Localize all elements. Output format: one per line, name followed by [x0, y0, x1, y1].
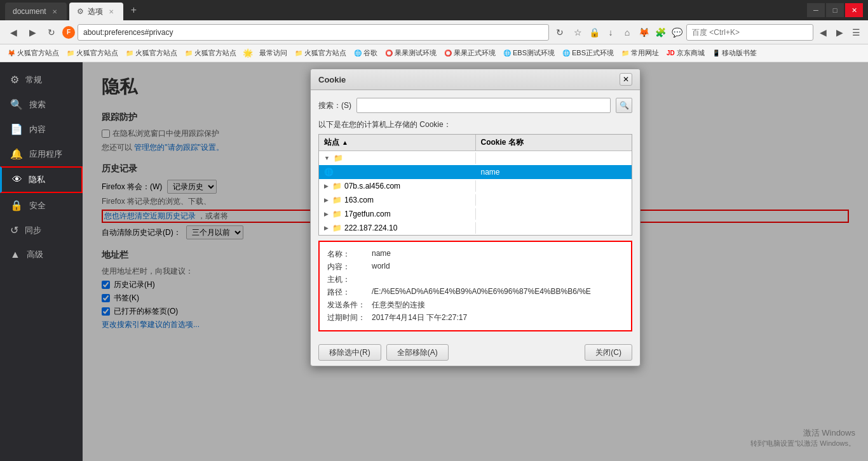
sidebar-item-privacy[interactable]: 👁 隐私: [0, 166, 83, 193]
sidebar-item-apps[interactable]: 🔔 应用程序: [0, 142, 83, 166]
site-name-5: 222.187.224.10: [344, 224, 397, 232]
detail-content-label: 内容：: [327, 262, 372, 272]
site-column-label: 站点: [324, 137, 339, 148]
folder-icon-4: 📁: [332, 210, 342, 218]
detail-content-row: 内容： world: [327, 262, 623, 272]
forward-button[interactable]: ▶: [24, 24, 41, 41]
menu-icon[interactable]: ☰: [849, 25, 863, 39]
detail-host-label: 主机：: [327, 274, 372, 285]
gear-icon: ⚙: [77, 7, 84, 16]
bookmark-5[interactable]: 最常访问: [257, 47, 290, 59]
refresh-button[interactable]: ↻: [43, 24, 60, 41]
tree-row-1[interactable]: 🌐 name: [319, 165, 632, 179]
dialog-footer: 移除选中(R) 全部移除(A) 关闭(C): [311, 339, 640, 366]
tree-row-cookie-4: [476, 213, 632, 215]
bookmark-11[interactable]: 🌐 EBS正式环境: [560, 47, 616, 59]
bookmark-9[interactable]: ⭕ 果果正式环境: [442, 47, 498, 59]
url-bar[interactable]: [78, 24, 549, 41]
detail-expire-row: 过期时间： 2017年4月14日 下午2:27:17: [327, 312, 623, 323]
expand-icon-5: ▶: [324, 225, 329, 231]
cookie-search-input[interactable]: [356, 98, 611, 113]
tree-row-0[interactable]: ▼ 📁: [319, 151, 632, 165]
tree-row-site-0: ▼ 📁: [319, 152, 476, 164]
site-name-4: 17getfun.com: [344, 210, 391, 218]
chat-icon[interactable]: 💬: [670, 25, 684, 39]
nav-icons: ☆ 🔒 ↓ ⌂ 🦊 🧩 💬: [571, 25, 684, 39]
bookmark-4[interactable]: 📁 火狐官方站点: [182, 47, 239, 59]
cookie-search-button[interactable]: 🔍: [616, 98, 632, 113]
tab-document[interactable]: document ✕: [5, 3, 67, 20]
minimize-button[interactable]: ─: [807, 3, 825, 17]
search-bar[interactable]: [686, 24, 813, 41]
apps-icon: 🔔: [10, 148, 23, 160]
browser-content: ⚙ 常规 🔍 搜索 📄 内容 🔔 应用程序 👁 隐私 🔒 安全 ↺ 同步 ▲: [0, 62, 868, 461]
tab-settings-close[interactable]: ✕: [107, 7, 116, 16]
detail-send-label: 发送条件：: [327, 300, 372, 311]
sidebar-apps-label: 应用程序: [29, 149, 62, 160]
detail-path-value: /E:/%E5%AD%A6%E4%B9%A0%E6%96%87%E4%BB%B6…: [372, 287, 591, 298]
dialog-titlebar: Cookie ✕: [311, 69, 640, 90]
sidebar-item-content[interactable]: 📄 内容: [0, 117, 83, 142]
tree-row-site-4: ▶ 📁 17getfun.com: [319, 208, 476, 220]
close-button[interactable]: ✕: [845, 3, 863, 17]
bookmark-jd[interactable]: JD 京东商城: [664, 47, 707, 59]
bookmark-star-icon[interactable]: ☆: [571, 25, 585, 39]
tab-document-close[interactable]: ✕: [50, 7, 59, 16]
detail-path-label: 路径：: [327, 287, 372, 298]
advanced-icon: ▲: [10, 249, 20, 260]
forward2-icon[interactable]: ▶: [832, 25, 846, 39]
tab-document-label: document: [13, 7, 46, 16]
bookmark-2[interactable]: 📁 火狐官方站点: [64, 47, 121, 59]
maximize-button[interactable]: □: [826, 3, 844, 17]
tree-row-2[interactable]: ▶ 📁 07b.s.al456.com: [319, 179, 632, 193]
bookmark-10[interactable]: 🌐 EBS测试环境: [501, 47, 557, 59]
tree-row-5[interactable]: ▶ 📁 222.187.224.10: [319, 221, 632, 235]
home-icon[interactable]: ⌂: [620, 25, 634, 39]
sidebar-item-general[interactable]: ⚙ 常规: [0, 67, 83, 92]
detail-send-value: 任意类型的连接: [372, 300, 425, 311]
page-content: 隐私 跟踪防护 在隐私浏览窗口中使用跟踪保护 您还可以 管理您的"请勿跟踪"设置…: [83, 62, 868, 461]
tab-settings[interactable]: ⚙ 选项 ✕: [69, 3, 123, 20]
detail-name-label: 名称：: [327, 249, 372, 260]
tree-row-3[interactable]: ▶ 📁 163.com: [319, 193, 632, 207]
dialog-footer-left: 移除选中(R) 全部移除(A): [318, 344, 449, 361]
dialog-close-button[interactable]: ✕: [620, 73, 632, 86]
bookmark-mobile[interactable]: 📱 移动版书签: [710, 47, 759, 59]
navbar: ◀ ▶ ↻ F ↻ ☆ 🔒 ↓ ⌂ 🦊 🧩 💬 ◀ ▶ ☰: [0, 20, 868, 44]
tree-row-site-2: ▶ 📁 07b.s.al456.com: [319, 180, 476, 192]
reload-button[interactable]: ↻: [552, 24, 568, 41]
bookmark-6[interactable]: 📁 火狐官方站点: [292, 47, 349, 59]
sidebar-item-security[interactable]: 🔒 安全: [0, 193, 83, 218]
bookmark-8[interactable]: ⭕ 果果测试环境: [383, 47, 439, 59]
remove-all-button[interactable]: 全部移除(A): [386, 344, 449, 361]
sidebar-item-search[interactable]: 🔍 搜索: [0, 92, 83, 117]
back-button[interactable]: ◀: [5, 24, 22, 41]
titlebar: document ✕ ⚙ 选项 ✕ + ─ □ ✕: [0, 0, 868, 20]
bm-sep1: 🌟: [243, 48, 253, 58]
tree-row-site-5: ▶ 📁 222.187.224.10: [319, 222, 476, 234]
window-controls: ─ □ ✕: [807, 3, 863, 17]
tree-col-cookie: Cookie 名称: [476, 135, 632, 150]
tree-row-site-3: ▶ 📁 163.com: [319, 194, 476, 206]
sidebar-item-advanced[interactable]: ▲ 高级: [0, 243, 83, 267]
bookmark-1[interactable]: 🦊 火狐官方站点: [5, 47, 62, 59]
sidebar-item-sync[interactable]: ↺ 同步: [0, 218, 83, 243]
expand-icon-4: ▶: [324, 211, 329, 217]
bookmark-3[interactable]: 📁 火狐官方站点: [123, 47, 180, 59]
remove-selected-button[interactable]: 移除选中(R): [318, 344, 381, 361]
cookie-detail: 名称： name 内容： world 主机： 路径：: [318, 241, 632, 331]
cookie-tree[interactable]: 站点 ▲ Cookie 名称 ▼ 📁: [318, 134, 632, 236]
firefox-logo: F: [62, 26, 75, 39]
download-icon[interactable]: 🔒: [587, 25, 601, 39]
new-tab-button[interactable]: +: [126, 1, 142, 19]
dialog-close-button2[interactable]: 关闭(C): [585, 344, 632, 361]
bookmark-12[interactable]: 📁 常用网址: [619, 47, 661, 59]
back2-icon[interactable]: ◀: [816, 25, 830, 39]
bookmark-7[interactable]: 🌐 谷歌: [351, 47, 380, 59]
cookie-list-label: 以下是在您的计算机上存储的 Cookie：: [318, 119, 632, 130]
tree-row-4[interactable]: ▶ 📁 17getfun.com: [319, 207, 632, 221]
tree-row-site-1: 🌐: [319, 166, 476, 178]
addon-icon[interactable]: 🧩: [653, 25, 667, 39]
firefoxaccount-icon[interactable]: 🦊: [637, 25, 651, 39]
download2-icon[interactable]: ↓: [604, 25, 618, 39]
